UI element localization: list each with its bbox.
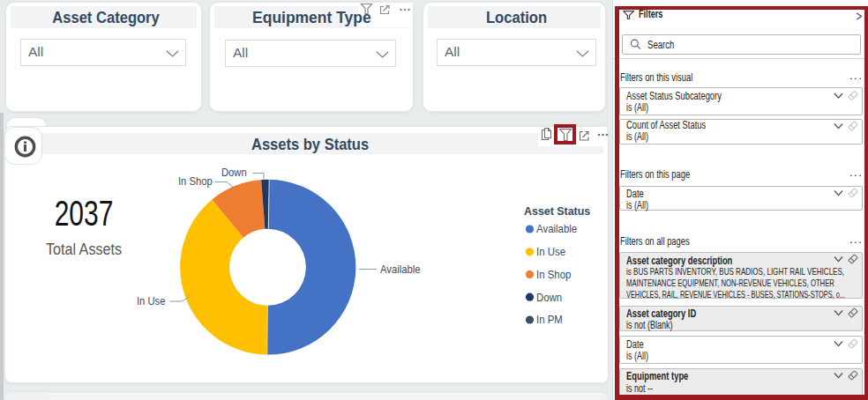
svg-text:Down: Down	[221, 166, 247, 179]
svg-text:In Use: In Use	[137, 294, 166, 307]
svg-text:In Use: In Use	[536, 246, 565, 259]
svg-text:Available: Available	[536, 223, 577, 236]
svg-text:In Shop: In Shop	[536, 268, 572, 281]
svg-text:In Shop: In Shop	[178, 175, 213, 189]
svg-text:In PM: In PM	[536, 314, 563, 327]
svg-text:Down: Down	[536, 291, 562, 304]
svg-text:Available: Available	[380, 263, 421, 276]
